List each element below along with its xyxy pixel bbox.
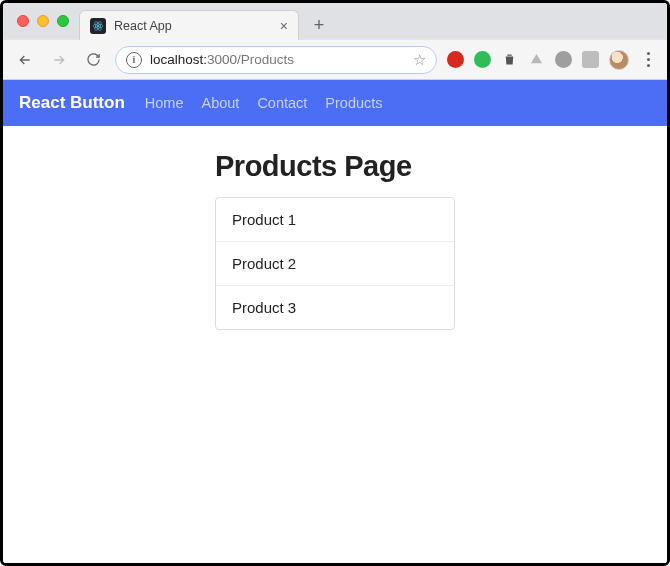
url-host: localhost: [150, 52, 207, 67]
window-controls [11, 3, 79, 39]
browser-toolbar: i localhost:3000/Products ☆ [3, 39, 667, 79]
page-title: Products Page [215, 150, 455, 183]
address-bar[interactable]: i localhost:3000/Products ☆ [115, 46, 437, 74]
url-text: localhost:3000/Products [150, 52, 405, 67]
react-favicon-icon [90, 18, 106, 34]
tab-strip: React App × + [3, 3, 667, 39]
profile-avatar[interactable] [609, 50, 629, 70]
close-tab-icon[interactable]: × [280, 19, 288, 33]
close-window-button[interactable] [17, 15, 29, 27]
ublock-icon[interactable] [447, 51, 464, 68]
back-button[interactable] [13, 48, 37, 72]
reload-button[interactable] [81, 48, 105, 72]
url-path: 3000/Products [207, 52, 294, 67]
page-content: Products Page Product 1 Product 2 Produc… [3, 126, 667, 563]
nav-link-products[interactable]: Products [325, 95, 382, 111]
drive-extension-icon[interactable] [528, 51, 545, 68]
products-list: Product 1 Product 2 Product 3 [215, 197, 455, 330]
list-item[interactable]: Product 1 [216, 198, 454, 242]
extension-square-icon[interactable] [582, 51, 599, 68]
maximize-window-button[interactable] [57, 15, 69, 27]
app-navbar: React Button Home About Contact Products [3, 80, 667, 126]
brand-title: React Button [19, 93, 125, 113]
svg-point-0 [97, 25, 99, 27]
forward-button[interactable] [47, 48, 71, 72]
minimize-window-button[interactable] [37, 15, 49, 27]
app-viewport: React Button Home About Contact Products… [3, 80, 667, 563]
extension-gray-icon[interactable] [555, 51, 572, 68]
browser-window: React App × + i localhost:3000/Products … [0, 0, 670, 566]
chrome-top: React App × + i localhost:3000/Products … [3, 3, 667, 80]
browser-menu-button[interactable] [639, 52, 657, 67]
site-info-icon[interactable]: i [126, 52, 142, 68]
new-tab-button[interactable]: + [305, 11, 333, 39]
page-inner: Products Page Product 1 Product 2 Produc… [215, 150, 455, 563]
list-item[interactable]: Product 2 [216, 242, 454, 286]
browser-tab[interactable]: React App × [79, 10, 299, 40]
list-item[interactable]: Product 3 [216, 286, 454, 329]
extension-green-icon[interactable] [474, 51, 491, 68]
trash-extension-icon[interactable] [501, 51, 518, 68]
extension-icons [447, 50, 657, 70]
nav-links: Home About Contact Products [145, 95, 383, 111]
nav-link-home[interactable]: Home [145, 95, 184, 111]
nav-link-about[interactable]: About [201, 95, 239, 111]
tab-title: React App [114, 19, 272, 33]
bookmark-icon[interactable]: ☆ [413, 51, 426, 69]
nav-link-contact[interactable]: Contact [257, 95, 307, 111]
